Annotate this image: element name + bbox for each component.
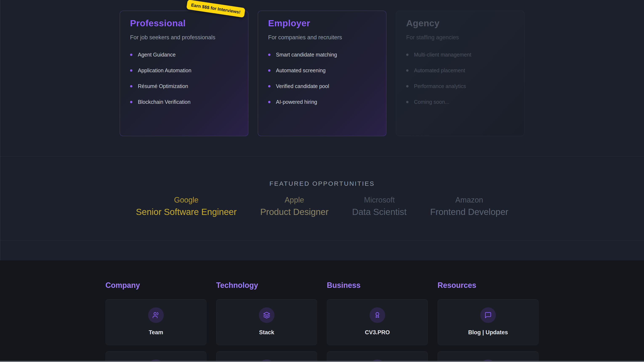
plan-feature-label: Smart candidate matching xyxy=(276,52,337,58)
icon-circle xyxy=(370,307,385,323)
layers-icon xyxy=(263,312,270,319)
bullet-dot-icon xyxy=(406,101,408,103)
bullet-dot-icon xyxy=(268,101,270,103)
plan-feature-label: Verified candidate pool xyxy=(276,83,329,89)
plan-cards-row: Professional For job seekers and profess… xyxy=(0,0,644,136)
featured-jobs-row: Google Senior Software Engineer Apple Pr… xyxy=(0,195,644,217)
footer-column-resources: Resources Blog | Updates xyxy=(438,281,538,362)
bottom-scrollbar[interactable] xyxy=(0,361,644,362)
bullet-dot-icon xyxy=(130,69,132,72)
chat-bubble-icon xyxy=(484,312,492,319)
footer-card-blog[interactable]: Blog | Updates xyxy=(438,299,538,345)
bullet-dot-icon xyxy=(406,54,408,56)
job-title: Frontend Developer xyxy=(430,207,508,217)
plan-feature-label: AI-powered hiring xyxy=(276,99,317,105)
site-footer: Company Team Technology xyxy=(0,260,644,362)
footer-column-technology: Technology Stack xyxy=(216,281,317,362)
plan-subtitle: For job seekers and professionals xyxy=(130,34,238,41)
footer-card-partial[interactable] xyxy=(438,351,538,362)
plan-title: Professional xyxy=(130,18,238,28)
featured-opportunities-section: FEATURED OPPORTUNITIES Google Senior Sof… xyxy=(0,157,644,240)
bullet-dot-icon xyxy=(268,85,270,87)
footer-card-label: CV3.PRO xyxy=(365,329,390,336)
job-title: Data Scientist xyxy=(352,207,406,217)
bullet-dot-icon xyxy=(268,69,270,72)
featured-heading: FEATURED OPPORTUNITIES xyxy=(0,180,644,187)
icon-circle xyxy=(480,307,496,323)
plan-feature-label: Blockchain Verification xyxy=(138,99,190,105)
plan-title: Employer xyxy=(268,18,376,28)
footer-card-partial[interactable] xyxy=(106,351,206,362)
footer-card-stack[interactable]: Stack xyxy=(216,299,317,345)
featured-job-google[interactable]: Google Senior Software Engineer xyxy=(136,195,237,217)
bullet-dot-icon xyxy=(130,85,132,87)
plan-feature-list: Multi-client management Automated placem… xyxy=(406,52,514,105)
plan-feature: AI-powered hiring xyxy=(268,99,376,105)
plan-feature: Automated screening xyxy=(268,67,376,74)
plan-feature-label: Multi-client management xyxy=(414,52,471,58)
award-icon xyxy=(374,312,381,319)
footer-card-partial[interactable] xyxy=(327,351,428,362)
plan-feature: Multi-client management xyxy=(406,52,514,58)
plan-card-professional[interactable]: Professional For job seekers and profess… xyxy=(120,11,248,136)
footer-heading: Technology xyxy=(216,281,317,290)
plan-feature-label: Coming soon... xyxy=(414,99,449,105)
plan-feature-label: Automated screening xyxy=(276,67,326,74)
bullet-dot-icon xyxy=(268,54,270,56)
footer-grid: Company Team Technology xyxy=(106,281,538,362)
plan-feature: Automated placement xyxy=(406,67,514,74)
footer-column-business: Business CV3.PRO xyxy=(327,281,428,362)
plan-feature-list: Smart candidate matching Automated scree… xyxy=(268,52,376,105)
featured-job-amazon[interactable]: Amazon Frontend Developer xyxy=(430,195,508,217)
bullet-dot-icon xyxy=(130,101,132,103)
footer-heading: Company xyxy=(106,281,206,290)
plan-feature-label: Performance analytics xyxy=(414,83,466,89)
job-company: Google xyxy=(136,195,237,204)
job-title: Senior Software Engineer xyxy=(136,207,237,217)
plan-feature: Blockchain Verification xyxy=(130,99,238,105)
job-title: Product Designer xyxy=(260,207,328,217)
plan-feature: Application Automation xyxy=(130,67,238,74)
featured-job-microsoft[interactable]: Microsoft Data Scientist xyxy=(352,195,406,217)
icon-circle xyxy=(259,307,274,323)
plan-card-employer[interactable]: Employer For companies and recruiters Sm… xyxy=(258,11,386,136)
plan-card-agency[interactable]: Agency For staffing agencies Multi-clien… xyxy=(396,11,524,136)
plan-feature: Résumé Optimization xyxy=(130,83,238,89)
footer-heading: Business xyxy=(327,281,428,290)
upper-page-region: Earn $$$ for Interviews! Professional Fo… xyxy=(0,0,644,260)
plan-feature-list: Agent Guidance Application Automation Ré… xyxy=(130,52,238,105)
plan-feature-label: Automated placement xyxy=(414,67,465,74)
plan-feature: Agent Guidance xyxy=(130,52,238,58)
footer-card-cv3pro[interactable]: CV3.PRO xyxy=(327,299,428,345)
plans-section: Earn $$$ for Interviews! Professional Fo… xyxy=(0,0,644,157)
plan-feature-label: Application Automation xyxy=(138,67,191,74)
plan-feature: Verified candidate pool xyxy=(268,83,376,89)
plan-title: Agency xyxy=(406,18,514,28)
footer-heading: Resources xyxy=(438,281,538,290)
plan-feature-label: Agent Guidance xyxy=(138,52,176,58)
footer-card-team[interactable]: Team xyxy=(106,299,206,345)
plan-feature: Smart candidate matching xyxy=(268,52,376,58)
plan-feature: Coming soon... xyxy=(406,99,514,105)
footer-card-label: Blog | Updates xyxy=(468,329,508,336)
plan-feature-label: Résumé Optimization xyxy=(138,83,188,89)
plan-subtitle: For companies and recruiters xyxy=(268,34,376,41)
bullet-dot-icon xyxy=(406,85,408,87)
plan-feature: Performance analytics xyxy=(406,83,514,89)
featured-job-apple[interactable]: Apple Product Designer xyxy=(260,195,328,217)
icon-circle xyxy=(148,307,164,323)
job-company: Amazon xyxy=(430,195,508,204)
bullet-dot-icon xyxy=(406,69,408,72)
footer-card-partial[interactable] xyxy=(216,351,317,362)
bullet-dot-icon xyxy=(130,54,132,56)
footer-column-company: Company Team xyxy=(106,281,206,362)
footer-card-label: Team xyxy=(149,329,163,336)
section-spacer xyxy=(0,240,644,260)
job-company: Apple xyxy=(260,195,328,204)
job-company: Microsoft xyxy=(352,195,406,204)
plan-subtitle: For staffing agencies xyxy=(406,34,514,41)
users-icon xyxy=(152,312,160,319)
footer-card-label: Stack xyxy=(259,329,274,336)
